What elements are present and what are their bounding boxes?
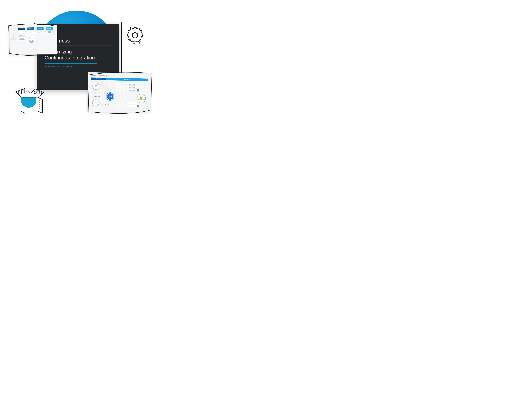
java-icon: ◆ xyxy=(122,89,124,91)
pipeline-stage-chip: Build xyxy=(27,27,34,30)
pipeline-step: Third Party OSS & Internal Packages xyxy=(27,39,35,44)
pipeline-stage-package: PackageDocker Compose xyxy=(36,27,44,44)
run-chip-java-2: Run 2 - JAVA xyxy=(127,86,137,89)
pipeline-stage-chip: Publish xyxy=(46,27,53,30)
docker-icon: ◆ xyxy=(116,102,118,104)
user-java-icon xyxy=(92,83,99,90)
user-go-label: I'm using GO App xyxy=(92,96,100,97)
local-java-tool-row-1: ◆ ◆ xyxy=(102,84,107,87)
run-chip-go-1: Run 1 - GO xyxy=(126,102,137,104)
chevron-right-icon: › xyxy=(135,98,136,100)
local-go-tool-row: ∞ ◆ ◆ xyxy=(101,103,110,106)
remote-go-tool-row-1: ◆ ∞ ◆ xyxy=(116,102,124,104)
go-icon: ∞ xyxy=(119,105,121,107)
pipeline-step: Integration Test xyxy=(18,34,26,37)
slide-title-line-2: Continuous Integration xyxy=(45,55,95,60)
svg-point-28 xyxy=(21,92,36,108)
local-java-tool-row-2: ◆ ◆ xyxy=(102,87,107,90)
pipeline-stage-chip: Package xyxy=(37,27,44,30)
tool-icon: ◆ xyxy=(108,103,110,106)
pipeline-step: Language Specific Build xyxy=(27,31,35,34)
docker-icon: ◆ xyxy=(119,83,121,85)
pipeline-stage-chip: Test xyxy=(18,28,25,30)
docker-icon: ◆ xyxy=(105,103,107,106)
go-icon: ∞ xyxy=(119,102,121,104)
title-underline xyxy=(45,63,97,64)
chevron-down-icon: ⌄ xyxy=(109,101,110,102)
svg-point-1 xyxy=(121,22,122,23)
tool-icon: ◆ xyxy=(122,102,124,104)
tool-icon: ◆ xyxy=(121,105,124,107)
docker-icon: ◆ xyxy=(119,89,121,91)
docker-icon: ◆ xyxy=(102,84,104,87)
svg-line-37 xyxy=(39,106,42,108)
execution-diagram-card: Modern CI Execution Diagram Local CI Rem… xyxy=(87,72,151,112)
kubernetes-icon xyxy=(106,93,114,101)
remote-java-tool-row-2: ◆ ◆ ◆ xyxy=(116,86,124,88)
tab-remote-ci: Remote CI xyxy=(106,78,148,81)
go-icon: ∞ xyxy=(101,103,104,106)
pipeline-step: Docker Compose xyxy=(36,31,44,34)
run-chip-java-3: Run 3 - JAVA xyxy=(127,89,137,91)
java-icon: ◆ xyxy=(122,83,124,85)
jfrog-label: JFrog Artifactory xyxy=(138,99,145,100)
svg-point-0 xyxy=(35,23,35,24)
execution-card-title: Modern CI Execution Diagram xyxy=(91,75,148,77)
jfrog-icon: 🐸 xyxy=(140,97,143,99)
svg-line-38 xyxy=(39,108,42,110)
java-icon: ◆ xyxy=(122,86,124,88)
pipeline-stage-build: BuildLanguage Specific BuildE.G. Maven, … xyxy=(27,27,35,44)
docker-icon: ◆ xyxy=(119,86,121,88)
docker-icon: ◆ xyxy=(116,86,118,88)
user-java-label: I'm using JAVA App xyxy=(92,91,101,93)
gear-sketch-icon xyxy=(125,25,145,45)
pipeline-step: Functional Test xyxy=(18,31,25,33)
open-box-sketch-icon xyxy=(13,87,46,115)
pipeline-step: Docker Registery xyxy=(45,30,53,34)
chevron-up-icon: ⌃ xyxy=(110,91,111,93)
user-go-icon xyxy=(92,100,99,106)
jfrog-artifactory-badge: 🐸 JFrog Artifactory xyxy=(137,94,146,103)
pipeline-origin-label: Developer Commit Code xyxy=(11,39,16,43)
check-icon: ✓ xyxy=(137,105,139,107)
remote-java-tool-row-1: ◆ ◆ ◆ xyxy=(116,83,124,85)
docker-icon: ◆ xyxy=(116,83,118,85)
pipeline-step: E.G. Maven, Gradle, NPM xyxy=(27,35,35,38)
remote-go-tool-row-2: ◆ ∞ ◆ xyxy=(116,105,124,107)
docker-icon: ◆ xyxy=(116,89,118,91)
run-chip-java-1: Run 1 - JAVA xyxy=(127,83,137,86)
pipeline-diagram-card: Developer Commit Code TestFunctional Tes… xyxy=(9,25,57,55)
docker-icon: ◆ xyxy=(116,105,118,107)
tab-local-ci: Local CI xyxy=(91,77,106,80)
pipeline-stage-publish: PublishDocker Registery xyxy=(45,27,53,44)
svg-line-34 xyxy=(39,100,42,102)
java-icon: ◆ xyxy=(105,84,107,87)
tool-icon: ◆ xyxy=(105,87,107,89)
pipeline-stage-test: TestFunctional TestIntegration TestDepen… xyxy=(18,28,26,44)
svg-marker-10 xyxy=(109,95,112,98)
svg-point-11 xyxy=(110,96,111,97)
slide-byline: By: Ravi Lachmann . Tech Evangelist xyxy=(45,66,112,68)
remote-java-tool-row-3: ◆ ◆ ◆ xyxy=(116,89,124,91)
pipeline-step: Dependency / License Scans xyxy=(18,37,26,41)
tool-icon: ◆ xyxy=(102,87,104,89)
svg-line-36 xyxy=(39,104,42,106)
check-icon: ✓ xyxy=(137,89,139,91)
svg-line-35 xyxy=(39,102,42,104)
run-chip-go-2: Run 2 - GO xyxy=(126,105,137,107)
